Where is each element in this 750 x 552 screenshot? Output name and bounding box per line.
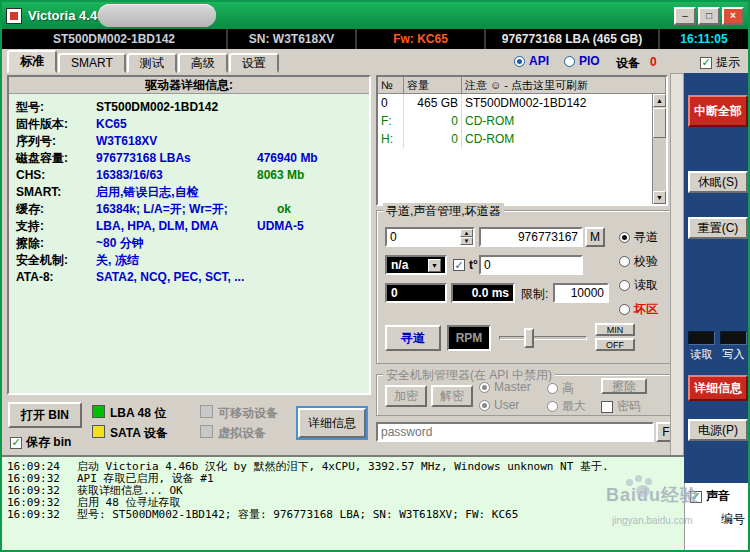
maximize-button[interactable]: □ xyxy=(698,7,720,25)
acoustic-dropdown[interactable]: n/a ▼ xyxy=(385,255,447,275)
tab-smart[interactable]: SMART xyxy=(58,53,126,73)
high-option[interactable]: 高 xyxy=(547,380,574,397)
dropdown-arrow-icon[interactable]: ▼ xyxy=(428,259,441,272)
master-radio[interactable] xyxy=(479,382,490,393)
scroll-up-icon[interactable]: ▲ xyxy=(653,94,666,107)
pio-mode-option[interactable]: PIO xyxy=(564,54,600,68)
spin-up-icon[interactable]: ▲ xyxy=(460,229,473,237)
password-option[interactable]: 密码 xyxy=(601,398,641,415)
drive-info-row: 序列号:W3T618XV xyxy=(9,133,369,150)
break-all-button[interactable]: 中断全部 xyxy=(688,95,748,127)
minimize-button[interactable]: – xyxy=(674,7,696,25)
field-label: 序列号: xyxy=(16,133,96,150)
mode-read-option[interactable]: 读取 xyxy=(619,277,658,294)
field-label: 安全机制: xyxy=(16,252,96,269)
reset-button[interactable]: 重置(C) xyxy=(688,217,748,239)
slider-thumb[interactable] xyxy=(524,328,534,348)
read-indicator xyxy=(688,331,715,345)
password-input[interactable] xyxy=(376,422,654,442)
max-lba-button[interactable]: M xyxy=(585,227,605,247)
scroll-down-icon[interactable]: ▼ xyxy=(653,191,666,204)
field-label: SMART: xyxy=(16,184,96,201)
hint-checkbox[interactable]: ✓ xyxy=(700,57,712,69)
device-row[interactable]: F: 0 CD-ROM xyxy=(378,112,666,130)
verify-radio[interactable] xyxy=(619,256,630,267)
field-value: SATA2, NCQ, PEC, SCT, ... xyxy=(96,270,244,284)
field-label: 固件版本: xyxy=(16,116,96,133)
erase-button[interactable]: 擦除 xyxy=(601,378,647,394)
sidebar-details-button[interactable]: 详细信息 xyxy=(688,375,748,401)
mode-verify-option[interactable]: 校验 xyxy=(619,253,658,270)
check-icon: ✓ xyxy=(11,437,20,448)
start-lba-input[interactable] xyxy=(387,229,460,245)
api-radio[interactable] xyxy=(514,56,525,67)
app-icon xyxy=(6,8,22,24)
event-log[interactable]: 16:09:24启动 Victoria 4.46b 汉化 by 默然的泪下, 4… xyxy=(2,455,684,552)
max-option[interactable]: 最大 xyxy=(547,398,586,415)
mode-seek-option[interactable]: 寻道 xyxy=(619,229,658,246)
hint-option[interactable]: ✓ 提示 xyxy=(700,54,740,71)
number-label: 编号 xyxy=(721,511,745,528)
device-table-header[interactable]: № 容量 注意 ☺ - 点击这里可刷新 xyxy=(378,77,666,94)
spin-down-icon[interactable]: ▼ xyxy=(460,237,473,245)
sound-checkbox[interactable]: ✓ xyxy=(690,491,702,503)
write-indicator-label: 写入 xyxy=(720,347,747,362)
scrollbar-thumb[interactable] xyxy=(653,108,666,138)
password-checkbox[interactable] xyxy=(601,401,613,413)
vertical-scrollbar[interactable] xyxy=(670,73,684,483)
encrypt-button[interactable]: 加密 xyxy=(385,385,427,407)
power-button[interactable]: 电源(P) xyxy=(688,419,748,441)
seek-radio[interactable] xyxy=(619,232,630,243)
col-header-capacity[interactable]: 容量 xyxy=(404,77,462,93)
tab-settings[interactable]: 设置 xyxy=(229,53,279,73)
high-radio[interactable] xyxy=(547,383,558,394)
save-bin-checkbox[interactable]: ✓ xyxy=(10,437,22,449)
maximize-icon: □ xyxy=(706,11,712,21)
acoustic-slider[interactable] xyxy=(499,325,587,351)
user-option[interactable]: User xyxy=(479,398,519,412)
limit-input[interactable] xyxy=(553,283,609,303)
open-bin-button[interactable]: 打开 BIN xyxy=(8,402,82,428)
field-value: 976773168 LBAs xyxy=(96,151,191,165)
close-button[interactable]: × xyxy=(722,7,744,25)
verify-radio-label: 校验 xyxy=(634,253,658,270)
col-header-note[interactable]: 注意 ☺ - 点击这里可刷新 xyxy=(462,77,666,93)
off-button[interactable]: OFF xyxy=(595,338,635,351)
user-radio[interactable] xyxy=(479,400,490,411)
max-radio[interactable] xyxy=(547,401,558,412)
master-option[interactable]: Master xyxy=(479,380,531,394)
infobar-capacity: 976773168 LBA (465 GB) xyxy=(486,29,660,49)
mode-bad-option[interactable]: 坏区 xyxy=(619,301,658,318)
sleep-button[interactable]: 休眠(S) xyxy=(688,171,748,193)
victoria-window: Victoria 4.46b – □ × ST500DM002-1BD142 S… xyxy=(0,0,750,552)
decrypt-button[interactable]: 解密 xyxy=(431,385,473,407)
min-button[interactable]: MIN xyxy=(595,323,635,336)
drive-info-row: 安全机制:关, 冻结 xyxy=(9,252,369,269)
seek-start-button[interactable]: 寻道 xyxy=(385,325,441,351)
col-header-number[interactable]: № xyxy=(378,77,404,93)
bad-radio[interactable] xyxy=(619,304,630,315)
temperature-option[interactable]: ✓ t° xyxy=(453,258,478,272)
log-line: 16:09:32型号: ST500DM002-1BD142; 容量: 97677… xyxy=(7,509,679,521)
field-value: 关, 冻结 xyxy=(96,253,139,267)
drive-info-row: CHS:16383/16/638063 Mb xyxy=(9,167,369,184)
read-radio[interactable] xyxy=(619,280,630,291)
device-num: F: xyxy=(378,112,404,130)
save-bin-option[interactable]: ✓ 保存 bin xyxy=(10,434,71,451)
sound-option[interactable]: ✓ 声音 xyxy=(690,488,730,505)
tab-advanced[interactable]: 高级 xyxy=(178,53,228,73)
drive-info-row: 型号:ST500DM002-1BD142 xyxy=(9,99,369,116)
read-indicator-label: 读取 xyxy=(688,347,715,362)
device-row[interactable]: 0 465 GB ST500DM002-1BD142 xyxy=(378,94,666,112)
tab-test[interactable]: 测试 xyxy=(127,53,177,73)
temperature-input[interactable] xyxy=(479,255,583,275)
table-scrollbar[interactable]: ▲ ▼ xyxy=(652,94,666,204)
end-lba-input[interactable] xyxy=(479,227,583,247)
tab-standard[interactable]: 标准 xyxy=(7,50,57,73)
details-button[interactable]: 详细信息 xyxy=(298,408,366,438)
pio-radio[interactable] xyxy=(564,56,575,67)
log-timestamp: 16:09:32 xyxy=(7,509,77,521)
temperature-checkbox[interactable]: ✓ xyxy=(453,259,465,271)
api-mode-option[interactable]: API xyxy=(514,54,549,68)
device-row[interactable]: H: 0 CD-ROM xyxy=(378,130,666,148)
